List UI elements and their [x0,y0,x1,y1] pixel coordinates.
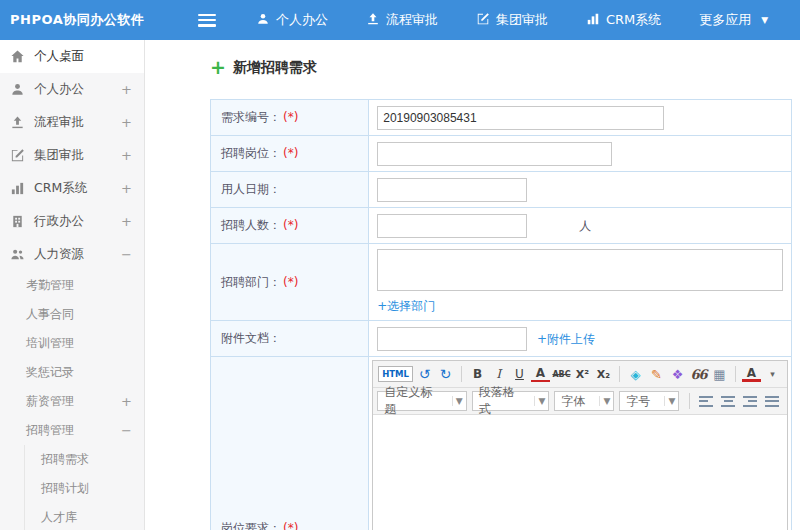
toolbar-separator [619,366,620,382]
sidebar-item-personal-office[interactable]: 个人办公 + [0,73,144,106]
sidebar-item-training-mgmt[interactable]: 培训管理 [0,329,144,358]
add-plus-icon: + [210,58,226,77]
headcount-input[interactable] [377,214,527,238]
nav-label: 更多应用 [699,11,751,29]
home-icon [10,49,25,64]
hire-date-label: 用人日期： [221,182,281,196]
nav-crm-system[interactable]: CRM系统 [586,11,661,29]
toolbar-separator [735,366,736,382]
editor-underline-button[interactable]: U [510,364,529,384]
menu-toggle-icon[interactable] [198,14,216,27]
rich-text-editor: HTML ↺ ↻ B I U A ABC X² X₂ ◈ [372,360,788,530]
sidebar-item-admin-office[interactable]: 行政办公 + [0,205,144,238]
sidebar-item-attendance-mgmt[interactable]: 考勤管理 [0,271,144,300]
attachment-input[interactable] [377,327,527,351]
sidebar-item-recruit-plan[interactable]: 招聘计划 [24,474,144,503]
sidebar-item-crm-system[interactable]: CRM系统 + [0,172,144,205]
nav-more-apps[interactable]: 更多应用 [699,11,751,29]
chevron-down-icon: ▼ [534,396,545,406]
hire-date-input[interactable] [377,178,527,202]
sidebar-item-recruit-demand[interactable]: 招聘需求 [24,445,144,474]
editor-align-right-button[interactable] [743,396,757,407]
toolbar-separator [689,393,690,409]
nav-label: 个人办公 [276,11,328,29]
nav-label: CRM系统 [606,11,661,29]
required-marker: (*) [283,275,298,289]
sidebar-item-process-approval[interactable]: 流程审批 + [0,106,144,139]
nav-label: 流程审批 [386,11,438,29]
sidebar-item-recruitment-mgmt[interactable]: 招聘管理 − [0,416,144,445]
topbar: PHPOA协同办公软件 个人办公 流程审批 集团审批 CRM系统 [0,0,800,40]
editor-more-dropdown-icon[interactable]: ▾ [763,364,782,384]
form-row-job-requirements: 岗位要求：(*) HTML ↺ ↻ B I U A ABC [211,357,792,530]
job-requirements-label: 岗位要求： [221,521,281,530]
recruit-demand-form: 需求编号：(*) 招聘岗位：(*) 用人日期： [210,99,792,530]
attachment-label: 附件文档： [221,331,281,345]
sidebar-item-personal-desktop[interactable]: 个人桌面 [0,40,144,73]
person-icon [256,12,270,29]
upload-flow-icon [366,12,380,29]
app-logo: PHPOA协同办公软件 [0,11,150,29]
editor-font-style-button[interactable]: A [742,367,761,382]
nav-group-approval[interactable]: 集团审批 [476,11,548,29]
form-row-hire-date: 用人日期： [211,172,792,208]
sidebar-item-group-approval[interactable]: 集团审批 + [0,139,144,172]
sidebar-item-personnel-contract[interactable]: 人事合同 [0,300,144,329]
position-label: 招聘岗位： [221,146,281,160]
editor-font-family-select[interactable]: 字体 ▼ [554,391,614,411]
sidebar-item-salary-mgmt[interactable]: 薪资管理 + [0,387,144,416]
editor-align-center-button[interactable] [721,396,735,407]
required-marker: (*) [283,521,298,530]
chevron-down-icon: ▼ [599,396,610,406]
edit-pencil-icon [476,12,490,29]
editor-html-button[interactable]: HTML [378,366,413,382]
form-row-position: 招聘岗位：(*) [211,136,792,172]
page-title: + 新增招聘需求 [210,58,792,77]
editor-undo-button[interactable]: ↺ [415,364,434,384]
position-input[interactable] [377,142,612,166]
main-content: + 新增招聘需求 需求编号：(*) 招聘岗位：(*) [145,40,800,530]
top-navigation: 个人办公 流程审批 集团审批 CRM系统 更多应用 ▼ [256,11,768,29]
department-textarea[interactable] [377,249,783,291]
headcount-unit: 人 [579,219,591,233]
editor-eraser-button[interactable]: ◈ [626,364,645,384]
attachment-upload-link[interactable]: +附件上传 [537,332,595,346]
form-row-headcount: 招聘人数：(*) 人 [211,208,792,244]
department-label: 招聘部门： [221,275,281,289]
editor-format-painter-button[interactable]: ✎ [647,364,666,384]
sidebar-item-talent-pool[interactable]: 人才库 [24,503,144,530]
demand-no-input[interactable] [377,106,664,130]
editor-redo-button[interactable]: ↻ [436,364,455,384]
page-title-text: 新增招聘需求 [233,59,317,77]
editor-italic-button[interactable]: I [489,364,508,384]
chevron-down-icon[interactable]: ▼ [761,15,768,25]
editor-content-area[interactable] [373,415,787,530]
toolbar-separator [461,366,462,382]
editor-strikethrough-button[interactable]: ABC [552,364,571,384]
editor-superscript-button[interactable]: X² [573,364,592,384]
nav-process-approval[interactable]: 流程审批 [366,11,438,29]
editor-paragraph-format-select[interactable]: 段落格式 ▼ [472,391,550,411]
editor-font-color-button[interactable]: A [531,367,550,382]
editor-bold-button[interactable]: B [468,364,487,384]
select-department-link[interactable]: +选择部门 [377,299,435,313]
sidebar-item-reward-records[interactable]: 奖惩记录 [0,358,144,387]
editor-subscript-button[interactable]: X₂ [594,364,613,384]
editor-align-left-button[interactable] [699,396,713,407]
editor-blockquote-button[interactable]: 66 [689,364,708,384]
editor-font-size-select[interactable]: 字号 ▼ [619,391,679,411]
required-marker: (*) [283,110,298,124]
bar-chart-icon [586,12,600,29]
form-row-demand-no: 需求编号：(*) [211,100,792,136]
form-row-department: 招聘部门：(*) +选择部门 [211,244,792,321]
editor-heading-select[interactable]: 自定义标题 ▼ [377,391,467,411]
upload-flow-icon [10,115,25,130]
sidebar-item-human-resources[interactable]: 人力资源 − [0,238,144,271]
nav-personal-office[interactable]: 个人办公 [256,11,328,29]
people-icon [10,247,25,262]
demand-no-label: 需求编号： [221,110,281,124]
editor-align-justify-button[interactable] [765,396,779,407]
person-icon [10,82,25,97]
editor-highlight-color-button[interactable]: ❖ [668,364,687,384]
editor-insert-table-button[interactable]: ▦ [710,364,729,384]
